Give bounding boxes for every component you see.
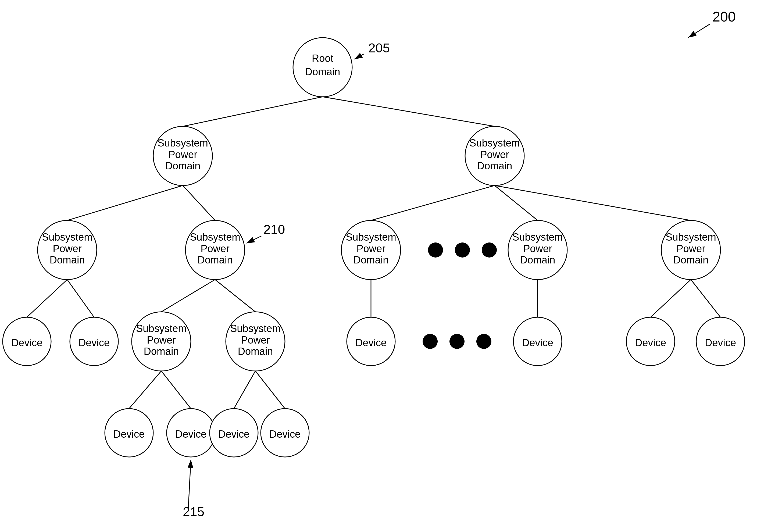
ellipsis-dot1-l3 [423,334,438,349]
sub-rm2-text2: Power [356,243,385,254]
svg-line-4 [67,186,183,221]
svg-line-16 [691,280,720,317]
svg-line-21 [354,54,364,59]
sub-lm2-text1: Subsystem [190,231,240,243]
sub-r2b-text1: Subsystem [512,231,563,243]
sub-lm2-text2: Power [200,243,229,254]
svg-line-22 [247,236,261,243]
sub-l1-text3: Domain [165,160,200,171]
dev-lm4c-text: Device [218,429,250,440]
dev-rr3b-text: Device [705,337,736,348]
svg-line-5 [183,186,215,221]
dev-lm4a-text: Device [113,429,145,440]
svg-line-18 [161,371,191,409]
svg-line-20 [256,371,285,409]
dev-rm3-text: Device [355,337,386,348]
sub-r2b-text2: Power [523,243,552,254]
ellipsis-dot2-l3 [449,334,465,349]
svg-line-9 [27,280,67,317]
ellipsis-dot1-l2 [428,243,443,257]
label-205: 205 [368,41,390,55]
sub-lm3a-text3: Domain [144,346,179,357]
figure-label: 200 [712,9,736,24]
sub-lm2-text3: Domain [197,254,233,266]
sub-lm3b-text1: Subsystem [230,323,281,334]
root-domain-label: Root [312,53,334,64]
sub-rr2-text1: Subsystem [666,231,716,243]
sub-r1-text3: Domain [477,160,512,171]
ellipsis-dot3-l3 [476,334,491,349]
sub-r1-text1: Subsystem [469,137,520,149]
sub-r2b-text3: Domain [520,254,555,266]
sub-ll2-text3: Domain [50,254,85,266]
dev-lm4b-text: Device [175,429,206,440]
svg-line-19 [234,371,256,409]
svg-line-12 [215,280,256,312]
dev-rr3a-text: Device [635,337,666,348]
svg-line-17 [129,371,161,409]
sub-rm2-text3: Domain [353,254,389,266]
sub-r1-text2: Power [480,149,509,160]
label-215: 215 [183,505,204,519]
svg-line-0 [688,24,710,38]
svg-line-2 [183,97,322,126]
dev-lm4d-text: Device [269,429,301,440]
svg-line-23 [188,460,191,511]
sub-lm3b-text2: Power [241,335,270,346]
svg-line-3 [322,97,495,126]
sub-rm2-text1: Subsystem [346,231,396,243]
svg-line-7 [495,186,538,221]
sub-l1-text2: Power [168,149,197,160]
svg-line-10 [67,280,94,317]
sub-ll2-text1: Subsystem [42,231,92,243]
sub-rr2-text3: Domain [673,254,709,266]
sub-rr2-text2: Power [676,243,705,254]
ellipsis-dot2-l2 [455,243,470,257]
sub-lm3a-text1: Subsystem [136,323,187,334]
sub-lm3b-text3: Domain [238,346,273,357]
ellipsis-dot3-l2 [482,243,497,257]
dev-ll3b-text: Device [78,337,110,348]
svg-line-15 [651,280,691,317]
label-210: 210 [263,222,285,237]
root-domain-label2: Domain [305,66,340,77]
sub-l1-text1: Subsystem [158,137,208,149]
sub-ll2-text2: Power [53,243,82,254]
diagram-svg: 200 Root Domain 205 [0,0,757,532]
dev-ll3a-text: Device [11,337,43,348]
svg-line-8 [495,186,691,221]
svg-line-11 [161,280,215,312]
sub-lm3a-text2: Power [147,335,176,346]
svg-line-6 [371,186,495,221]
dev-r2b-text: Device [522,337,553,348]
